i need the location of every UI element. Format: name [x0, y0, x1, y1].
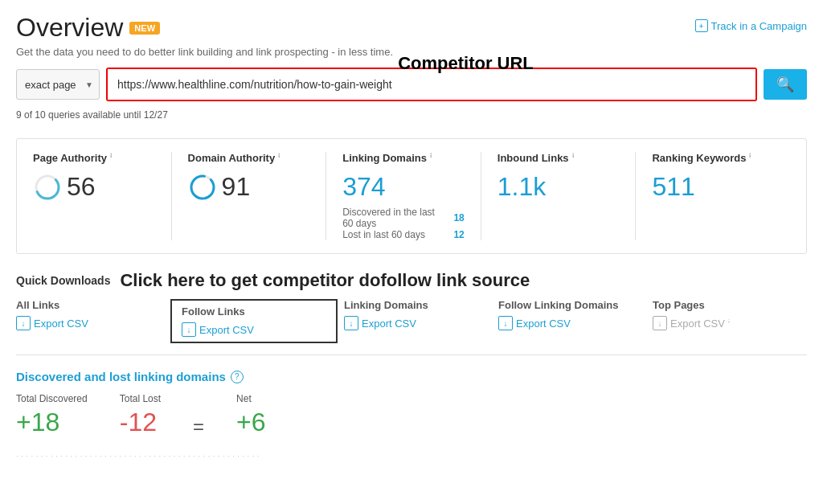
- svg-point-3: [191, 176, 214, 199]
- net-label: Net: [236, 393, 265, 404]
- page-authority-info-icon[interactable]: ⁱ: [110, 153, 112, 163]
- domain-authority-value: 91: [222, 172, 251, 202]
- page-authority-label: Page Authority ⁱ: [33, 152, 155, 164]
- domain-authority-info-icon[interactable]: ⁱ: [278, 153, 280, 163]
- all-links-title: All Links: [16, 299, 161, 311]
- app-container: Overview NEW Get the data you need to do…: [0, 0, 823, 473]
- top-pages-info-icon: ⁱ: [728, 318, 730, 329]
- inbound-links-info-icon[interactable]: ⁱ: [572, 153, 574, 163]
- download-icon-all: ↓: [16, 316, 31, 330]
- quick-downloads-cta: Click here to get competitor dofollow li…: [120, 270, 530, 291]
- stat-total-discovered: Total Discovered +18: [16, 393, 88, 437]
- page-type-select[interactable]: exact page: [16, 69, 100, 100]
- discovered-stats: Total Discovered +18 Total Lost -12 = Ne…: [16, 393, 807, 438]
- metric-domain-authority: Domain Authority ⁱ 91: [188, 152, 327, 240]
- page-authority-value: 56: [67, 172, 96, 202]
- linking-domains-info-icon[interactable]: ⁱ: [430, 153, 432, 163]
- stat-net: Net +6: [236, 393, 265, 437]
- page-authority-circle-chart: [33, 173, 62, 202]
- title-area: Overview NEW Get the data you need to do…: [16, 13, 393, 58]
- page-type-select-wrapper: exact page ▼: [16, 69, 100, 100]
- linking-domains-export[interactable]: ↓ Export CSV: [344, 316, 489, 330]
- download-all-links: All Links ↓ Export CSV: [16, 299, 170, 343]
- lost-row: Lost in last 60 days 12: [342, 229, 465, 240]
- track-icon: +: [695, 19, 708, 32]
- total-discovered-value: +18: [16, 408, 88, 437]
- ranking-keywords-info-icon[interactable]: ⁱ: [749, 153, 751, 163]
- ranking-keywords-value: 511: [652, 172, 694, 202]
- download-linking-domains: Linking Domains ↓ Export CSV: [344, 299, 498, 343]
- page-title: Overview NEW: [16, 13, 393, 43]
- linking-domains-value-row: 374: [342, 172, 465, 202]
- quick-downloads-section: Quick Downloads Click here to get compet…: [0, 264, 823, 346]
- total-lost-label: Total Lost: [120, 393, 161, 404]
- metric-linking-domains: Linking Domains ⁱ 374 Discovered in the …: [342, 152, 481, 240]
- download-top-pages: Top Pages ↓ Export CSV ⁱ: [653, 299, 807, 343]
- domain-authority-label: Domain Authority ⁱ: [188, 152, 310, 164]
- chart-dots-row: · · · · · · · · · · · · · · · · · · · · …: [16, 451, 807, 467]
- search-icon: 🔍: [776, 76, 794, 93]
- chart-placeholder: · · · · · · · · · · · · · · · · · · · · …: [16, 451, 260, 461]
- discovered-value: 18: [453, 212, 464, 223]
- all-links-export[interactable]: ↓ Export CSV: [16, 316, 161, 330]
- follow-linking-domains-title: Follow Linking Domains: [498, 299, 643, 311]
- linking-domains-sub: Discovered in the last 60 days 18 Lost i…: [342, 207, 465, 240]
- equals-sign: =: [193, 416, 204, 438]
- linking-domains-label: Linking Domains ⁱ: [342, 152, 465, 164]
- discovered-section: Discovered and lost linking domains ? To…: [0, 363, 823, 473]
- linking-domains-dl-title: Linking Domains: [344, 299, 489, 311]
- url-input-wrapper: [106, 68, 757, 101]
- inbound-links-value-row: 1.1k: [497, 172, 620, 202]
- total-lost-value: -12: [120, 408, 161, 437]
- download-icon-follow: ↓: [182, 322, 196, 337]
- page-authority-value-row: 56: [33, 172, 155, 202]
- search-bar-section: Competitor URL exact page ▼ 🔍: [0, 61, 823, 108]
- top-pages-export[interactable]: ↓ Export CSV ⁱ: [653, 316, 797, 330]
- domain-authority-circle-chart: [188, 173, 217, 202]
- follow-linking-domains-export[interactable]: ↓ Export CSV: [498, 316, 643, 330]
- metric-page-authority: Page Authority ⁱ 56: [33, 152, 172, 240]
- follow-links-export[interactable]: ↓ Export CSV: [182, 322, 326, 337]
- download-icon-tp: ↓: [653, 316, 667, 330]
- domain-authority-value-row: 91: [188, 172, 310, 202]
- metric-ranking-keywords: Ranking Keywords ⁱ 511: [652, 152, 790, 240]
- quick-downloads-label: Quick Downloads: [16, 274, 110, 287]
- subtitle: Get the data you need to do better link …: [16, 46, 393, 58]
- net-value: +6: [236, 408, 265, 437]
- metrics-section: Page Authority ⁱ 56 Domain Authority ⁱ: [16, 138, 807, 254]
- stat-equals: =: [193, 393, 204, 438]
- linking-domains-value: 374: [342, 172, 385, 202]
- download-follow-links: Follow Links ↓ Export CSV: [170, 299, 338, 343]
- url-input[interactable]: [108, 69, 755, 100]
- discovered-help-icon[interactable]: ?: [231, 371, 244, 383]
- metric-inbound-links: Inbound Links ⁱ 1.1k: [497, 152, 637, 240]
- discovered-row: Discovered in the last 60 days 18: [342, 207, 465, 229]
- new-badge: NEW: [129, 22, 160, 35]
- discovered-title: Discovered and lost linking domains: [16, 370, 226, 383]
- download-icon-ld: ↓: [344, 316, 358, 330]
- lost-value: 12: [453, 229, 464, 240]
- queries-info: 9 of 10 queries available until 12/27: [0, 108, 823, 129]
- total-discovered-label: Total Discovered: [16, 393, 88, 404]
- inbound-links-label: Inbound Links ⁱ: [497, 152, 620, 164]
- section-divider: [16, 354, 807, 355]
- top-bar: Overview NEW Get the data you need to do…: [0, 0, 823, 61]
- search-button[interactable]: 🔍: [764, 69, 807, 100]
- download-icon-fld: ↓: [498, 316, 513, 330]
- follow-links-title: Follow Links: [182, 305, 326, 318]
- download-links: All Links ↓ Export CSV Follow Links ↓ Ex…: [16, 299, 807, 343]
- track-campaign-button[interactable]: + Track in a Campaign: [695, 19, 807, 32]
- top-pages-title: Top Pages: [653, 299, 797, 311]
- ranking-keywords-value-row: 511: [652, 172, 774, 202]
- stat-total-lost: Total Lost -12: [120, 393, 161, 437]
- discovered-header: Discovered and lost linking domains ?: [16, 370, 807, 383]
- inbound-links-value: 1.1k: [497, 172, 546, 202]
- quick-downloads-header: Quick Downloads Click here to get compet…: [16, 270, 807, 291]
- ranking-keywords-label: Ranking Keywords ⁱ: [652, 152, 774, 164]
- download-follow-linking-domains: Follow Linking Domains ↓ Export CSV: [498, 299, 653, 343]
